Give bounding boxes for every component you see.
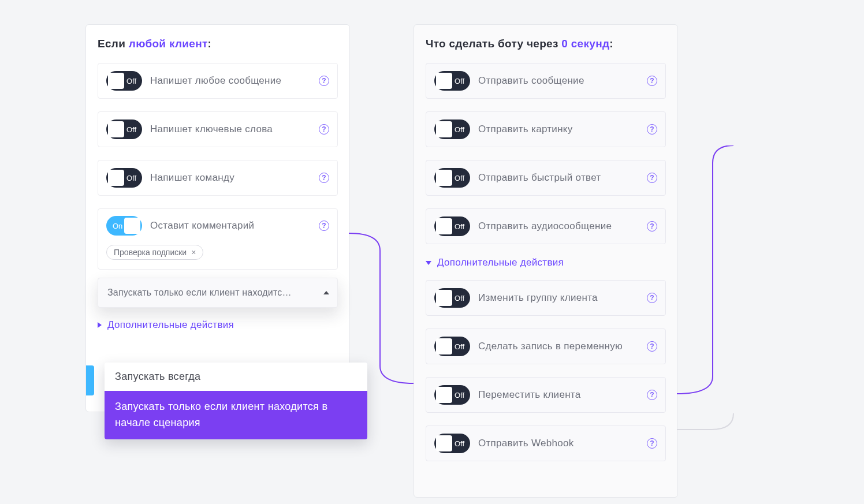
action-label: Отправить аудиосообщение <box>478 221 642 232</box>
dropdown-text: Запускать только если клиент находитс… <box>107 288 292 298</box>
action-send-image[interactable]: Off Отправить картинку ? <box>426 111 666 147</box>
title-accent: любой клиент <box>129 38 208 50</box>
toggle[interactable]: Off <box>434 434 470 453</box>
save-edge[interactable] <box>86 365 94 395</box>
title-accent: 0 секунд <box>561 38 609 50</box>
action-send-audio[interactable]: Off Отправить аудиосообщение ? <box>426 208 666 244</box>
toggle-state: On <box>113 222 122 230</box>
tag-label: Проверка подписки <box>114 248 187 257</box>
trigger-command[interactable]: Off Напишет команду ? <box>98 160 338 196</box>
trigger-label: Напишет любое сообщение <box>150 75 314 87</box>
toggle[interactable]: Off <box>434 216 470 236</box>
help-icon[interactable]: ? <box>319 124 329 135</box>
help-icon[interactable]: ? <box>319 221 329 231</box>
trigger-label: Оставит комментарий <box>150 220 314 232</box>
toggle-state: Off <box>455 391 464 400</box>
toggle-state: Off <box>126 174 136 182</box>
action-send-webhook[interactable]: Off Отправить Webhook ? <box>426 425 666 461</box>
action-label: Изменить группу клиента <box>478 292 642 304</box>
run-mode-menu: Запускать всегда Запускать только если к… <box>105 363 367 439</box>
toggle[interactable]: Off <box>434 385 470 405</box>
chevron-up-icon <box>323 291 329 294</box>
help-icon[interactable]: ? <box>319 76 329 86</box>
help-icon[interactable]: ? <box>647 221 657 232</box>
toggle-state: Off <box>455 222 464 231</box>
toggle[interactable]: Off <box>106 120 142 139</box>
action-panel: Что сделать боту через 0 секунд: Off Отп… <box>414 24 678 498</box>
extra-actions-label: Дополнительные действия <box>437 257 564 268</box>
extra-actions-toggle[interactable]: Дополнительные действия <box>98 319 338 331</box>
trigger-any-message[interactable]: Off Напишет любое сообщение ? <box>98 63 338 99</box>
toggle[interactable]: On <box>106 216 142 236</box>
action-quick-reply[interactable]: Off Отправить быстрый ответ ? <box>426 160 666 196</box>
trigger-panel: Если любой клиент: Off Напишет любое соо… <box>85 24 350 412</box>
extra-actions-label: Дополнительные действия <box>107 319 234 331</box>
help-icon[interactable]: ? <box>647 341 657 352</box>
toggle-state: Off <box>455 439 464 448</box>
action-label: Отправить сообщение <box>478 75 642 87</box>
toggle[interactable]: Off <box>434 120 470 139</box>
title-suffix: : <box>609 38 613 50</box>
toggle-state: Off <box>126 77 136 85</box>
action-title: Что сделать боту через 0 секунд: <box>426 38 666 50</box>
run-mode-dropdown[interactable]: Запускать только если клиент находитс… <box>98 278 338 308</box>
trigger-label: Напишет ключевые слова <box>150 124 314 135</box>
title-prefix: Что сделать боту через <box>426 38 561 50</box>
action-move-client[interactable]: Off Переместить клиента ? <box>426 377 666 413</box>
toggle-state: Off <box>126 125 136 134</box>
help-icon[interactable]: ? <box>647 438 657 449</box>
toggle[interactable]: Off <box>434 288 470 308</box>
action-change-group[interactable]: Off Изменить группу клиента ? <box>426 280 666 316</box>
toggle-state: Off <box>455 294 464 303</box>
toggle-state: Off <box>455 125 464 134</box>
menu-option-always[interactable]: Запускать всегда <box>105 363 367 391</box>
action-write-variable[interactable]: Off Сделать запись в переменную ? <box>426 328 666 364</box>
menu-option-at-start[interactable]: Запускать только если клиент находится в… <box>105 391 367 439</box>
action-send-message[interactable]: Off Отправить сообщение ? <box>426 63 666 99</box>
help-icon[interactable]: ? <box>647 76 657 86</box>
help-icon[interactable]: ? <box>647 390 657 400</box>
action-label: Отправить быстрый ответ <box>478 172 642 184</box>
action-label: Отправить картинку <box>478 124 642 135</box>
menu-option-label: Запускать только если клиент находится в… <box>115 401 327 428</box>
toggle[interactable]: Off <box>434 337 470 356</box>
title-suffix: : <box>208 38 212 50</box>
toggle[interactable]: Off <box>434 71 470 91</box>
connector-right-out-top <box>677 145 735 395</box>
help-icon[interactable]: ? <box>319 173 329 183</box>
toggle[interactable]: Off <box>434 168 470 188</box>
connector-right-out-bottom <box>677 413 735 438</box>
close-icon[interactable]: × <box>191 248 196 257</box>
menu-option-label: Запускать всегда <box>115 371 200 382</box>
title-prefix: Если <box>98 38 129 50</box>
trigger-comment-block: On Оставит комментарий ? Проверка подпис… <box>98 208 338 270</box>
help-icon[interactable]: ? <box>647 293 657 303</box>
action-label: Сделать запись в переменную <box>478 341 642 352</box>
extra-actions-toggle[interactable]: Дополнительные действия <box>426 257 666 268</box>
trigger-label: Напишет команду <box>150 172 314 184</box>
action-label: Переместить клиента <box>478 389 642 401</box>
toggle-state: Off <box>455 174 464 182</box>
toggle[interactable]: Off <box>106 168 142 188</box>
trigger-keywords[interactable]: Off Напишет ключевые слова ? <box>98 111 338 147</box>
action-label: Отправить Webhook <box>478 438 642 449</box>
toggle-state: Off <box>455 342 464 351</box>
toggle-state: Off <box>455 77 464 85</box>
help-icon[interactable]: ? <box>647 173 657 183</box>
tag-chip[interactable]: Проверка подписки × <box>106 245 203 260</box>
help-icon[interactable]: ? <box>647 124 657 135</box>
trigger-title: Если любой клиент: <box>98 38 338 50</box>
toggle[interactable]: Off <box>106 71 142 91</box>
